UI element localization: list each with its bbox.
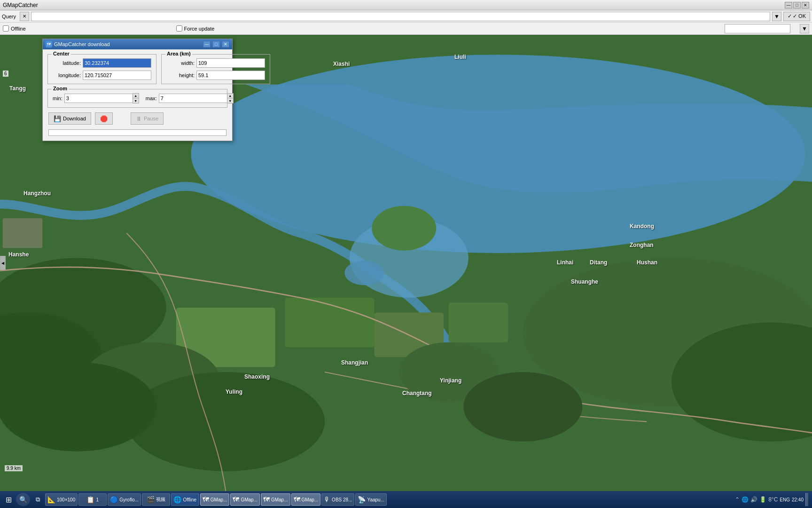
tray-battery-icon[interactable]: 🔋: [759, 496, 766, 503]
maximize-button[interactable]: □: [793, 2, 801, 8]
tray-network-icon[interactable]: 🌐: [742, 496, 749, 503]
taskbar-app-gmap3[interactable]: 🗺 GMap...: [261, 493, 290, 506]
dialog-maximize-button[interactable]: □: [212, 41, 220, 48]
toolbar: Query ✕ ▼ ✓ ✓ OK: [0, 10, 812, 23]
taskbar-app-gmap4[interactable]: 🗺 GMap...: [291, 493, 321, 506]
longitude-row: longitude:: [53, 71, 151, 80]
ok-button[interactable]: ✓ ✓ OK: [783, 12, 810, 21]
latitude-label: latitude:: [53, 60, 81, 66]
force-update-checkbox[interactable]: [176, 25, 182, 32]
area-section: Area (km) width: height:: [161, 54, 270, 84]
center-section-title: Center: [52, 51, 71, 56]
longitude-input[interactable]: [83, 71, 151, 80]
force-update-checkbox-label[interactable]: Force update: [176, 25, 215, 32]
left-arrow-button[interactable]: ◀: [0, 256, 6, 270]
dialog-close-button[interactable]: ✕: [222, 41, 229, 48]
toolbar-left-button[interactable]: ✕: [20, 12, 29, 21]
dialog-title-bar: 🗺 GMapCatcher download — □ ✕: [43, 39, 232, 49]
taskbar-app-gmap1-label: GMap...: [211, 497, 227, 502]
taskbar-app-gyroflo[interactable]: 🔵 Gyroflo...: [108, 493, 141, 506]
title-bar-controls: — □ ✕: [785, 2, 809, 8]
minimize-button[interactable]: —: [785, 2, 792, 8]
download-button[interactable]: 💾 Download: [48, 112, 91, 125]
scale-indicator: 9.9 km: [5, 465, 23, 471]
zoom-min-up[interactable]: ▲: [133, 94, 139, 98]
pause-label: Pause: [144, 116, 158, 121]
zoom-min-input[interactable]: [64, 94, 133, 103]
height-row: height:: [166, 71, 265, 80]
taskbar-app-yaapu[interactable]: 📡 Yaapu...: [355, 493, 387, 506]
query-input[interactable]: [31, 12, 770, 21]
taskbar-app-yaapu-icon: 📡: [358, 496, 366, 503]
taskbar-app-2-label: 1: [96, 497, 99, 502]
zoom-section: Zoom min: ▲ ▼ max:: [47, 89, 227, 108]
dialog-title-icon: 🗺: [46, 41, 52, 48]
tray-volume-icon[interactable]: 🔊: [750, 496, 757, 503]
map-type-dropdown[interactable]: ▼: [800, 24, 809, 33]
taskbar-app-video-label: 视频: [156, 496, 165, 503]
taskbar-app-obs[interactable]: 🎙 OBS 28...: [321, 493, 354, 506]
clock[interactable]: 22:40: [792, 497, 804, 503]
app-window: GMapCatcher — □ ✕ Query ✕ ▼ ✓ ✓ OK Offli…: [0, 0, 812, 508]
pause-button[interactable]: ⏸ Pause: [131, 112, 164, 125]
zoom-max-spinner-btns: ▲ ▼: [227, 93, 234, 103]
system-tray: ⌃ 🌐 🔊 🔋 8°C ENG 22:40: [733, 493, 810, 506]
close-button[interactable]: ✕: [802, 2, 809, 8]
taskbar-app-online-label: Offline: [183, 497, 196, 502]
tray-chevron[interactable]: ⌃: [735, 496, 740, 503]
center-area-sections: Center latitude: longitude: Area (km): [47, 54, 227, 84]
taskbar-app-gmap4-label: GMap...: [302, 497, 319, 502]
zoom-min-label: min:: [53, 95, 62, 101]
height-label: height:: [166, 72, 195, 78]
taskbar-app-video[interactable]: 🎬 视频: [142, 493, 170, 506]
taskbar-search-button[interactable]: 🔍: [16, 493, 30, 506]
svg-rect-7: [3, 218, 42, 248]
taskbar-app-gmap2-label: GMap...: [241, 497, 258, 502]
taskbar-app-2-icon: 📋: [86, 496, 94, 503]
taskbar-app-gmap2[interactable]: 🗺 GMap...: [230, 493, 260, 506]
pause-icon: ⏸: [136, 115, 142, 122]
download-dialog: 🗺 GMapCatcher download — □ ✕ Center lati…: [42, 39, 233, 141]
title-bar: GMapCatcher — □ ✕: [0, 0, 812, 10]
tray-temp: 8°C: [768, 496, 778, 503]
zoom-max-down[interactable]: ▼: [227, 98, 233, 103]
query-dropdown[interactable]: ▼: [772, 12, 781, 21]
offline-checkbox-label[interactable]: Offline: [3, 25, 26, 32]
map-type-select[interactable]: [725, 24, 790, 33]
taskbar-app-online[interactable]: 🌐 Offline: [171, 493, 199, 506]
zoom-row: min: ▲ ▼ max: ▲: [53, 93, 222, 103]
taskbar-app-obs-label: OBS 28...: [332, 497, 352, 502]
force-update-label: Force update: [184, 26, 215, 32]
start-button[interactable]: ⊞: [2, 493, 15, 506]
download-icon: 💾: [54, 115, 61, 122]
app-title: GMapCatcher: [3, 2, 38, 8]
clock-time: 22:40: [792, 497, 804, 503]
taskbar-app-gmap1[interactable]: 🗺 GMap...: [200, 493, 230, 506]
dialog-minimize-button[interactable]: —: [203, 41, 211, 48]
show-desktop-button[interactable]: [805, 493, 808, 506]
taskbar-app-gmap3-icon: 🗺: [263, 496, 270, 503]
taskbar-app-2[interactable]: 📋 1: [78, 493, 107, 506]
offline-checkbox[interactable]: [3, 25, 9, 32]
query-label: Query: [2, 14, 16, 19]
width-input[interactable]: [196, 58, 265, 68]
dialog-title-text: GMapCatcher download: [54, 41, 201, 47]
latitude-input[interactable]: [83, 58, 151, 68]
taskbar-app-gmap2-icon: 🗺: [233, 496, 239, 503]
zoom-max-label: max:: [146, 95, 157, 101]
height-input[interactable]: [196, 71, 265, 80]
taskbar-app-1[interactable]: 📐 100×100: [45, 493, 78, 506]
zoom-max-input[interactable]: [159, 94, 227, 103]
width-row: width:: [166, 58, 265, 68]
zoom-min-spinner-btns: ▲ ▼: [133, 93, 139, 103]
taskview-button[interactable]: ⧉: [31, 493, 44, 506]
center-section: Center latitude: longitude:: [47, 54, 156, 84]
lang-indicator[interactable]: ENG: [780, 497, 790, 502]
taskbar-app-1-label: 100×100: [57, 497, 75, 502]
zoom-max-up[interactable]: ▲: [227, 94, 233, 98]
svg-point-18: [463, 372, 582, 442]
zoom-min-down[interactable]: ▼: [133, 98, 139, 103]
svg-point-16: [344, 261, 384, 286]
stop-button[interactable]: 🛑: [95, 112, 113, 125]
offline-label: Offline: [11, 26, 26, 32]
